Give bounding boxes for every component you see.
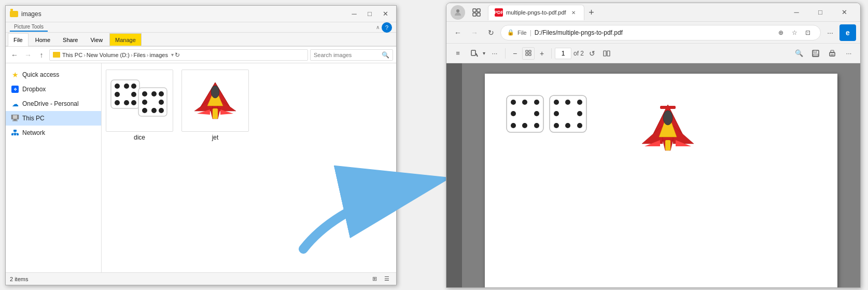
pdf-more-button[interactable]: ··· bbox=[487, 46, 502, 61]
pdf-print-button[interactable] bbox=[825, 46, 839, 61]
sidebar-item-network[interactable]: Network bbox=[6, 126, 101, 140]
sidebar-item-onedrive[interactable]: ☁ OneDrive - Personal bbox=[6, 96, 101, 111]
svg-rect-85 bbox=[660, 106, 676, 109]
svg-rect-3 bbox=[12, 120, 18, 121]
browser-close-button[interactable]: ✕ bbox=[832, 3, 856, 22]
tab-home[interactable]: Home bbox=[30, 33, 56, 46]
quick-access-label: Quick access bbox=[22, 71, 59, 78]
pdf-main bbox=[462, 63, 860, 287]
pdf-save-button[interactable] bbox=[808, 46, 823, 61]
list-item[interactable]: jet bbox=[181, 67, 249, 143]
tab-manage[interactable]: Manage bbox=[109, 33, 142, 46]
tab-share[interactable]: Share bbox=[57, 33, 83, 46]
breadcrumb-images: images bbox=[150, 52, 168, 58]
browser-minimize-button[interactable]: ─ bbox=[785, 3, 808, 22]
browser-refresh-button[interactable]: ↻ bbox=[484, 25, 498, 40]
browser-back-button[interactable]: ← bbox=[451, 25, 465, 40]
pdf-toolbar: ≡ ▾ ··· − + of 2 ↺ 🔍 ··· bbox=[446, 44, 860, 63]
browser-window: PDF multiple-pngs-to-pdf.pdf ✕ + ─ □ ✕ ←… bbox=[446, 3, 861, 288]
pdf-search-button[interactable]: 🔍 bbox=[792, 46, 806, 61]
pdf-fit-button[interactable] bbox=[522, 47, 535, 60]
page-total: of 2 bbox=[573, 50, 584, 57]
pdf-highlight-button[interactable] bbox=[467, 46, 482, 61]
tab-favicon: PDF bbox=[495, 8, 503, 17]
breadcrumb-files: Files bbox=[134, 52, 146, 58]
svg-point-11 bbox=[115, 84, 120, 89]
sidebar-item-quick-access[interactable]: ★ Quick access bbox=[6, 67, 101, 82]
edge-icon-button[interactable]: e bbox=[839, 24, 856, 41]
svg-rect-2 bbox=[13, 119, 17, 120]
tab-file[interactable]: File bbox=[8, 33, 29, 46]
browser-maximize-button[interactable]: □ bbox=[808, 3, 832, 22]
list-item[interactable]: dice bbox=[106, 67, 173, 143]
svg-point-69 bbox=[565, 100, 570, 105]
tab-bar: PDF multiple-pngs-to-pdf.pdf ✕ + bbox=[488, 5, 780, 20]
svg-point-61 bbox=[534, 100, 539, 105]
help-button[interactable]: ? bbox=[382, 22, 392, 33]
tab-close-button[interactable]: ✕ bbox=[569, 8, 578, 17]
read-aloud-button[interactable]: ⊡ bbox=[802, 26, 814, 39]
onedrive-icon: ☁ bbox=[11, 100, 19, 108]
pdf-more2-button[interactable]: ··· bbox=[842, 46, 856, 61]
status-bar: 2 items ⊞ ☰ bbox=[6, 272, 396, 285]
svg-rect-49 bbox=[604, 51, 606, 56]
browser-more-button[interactable]: ··· bbox=[823, 25, 837, 40]
tab-view[interactable]: View bbox=[85, 33, 108, 46]
zoom-button[interactable]: ⊕ bbox=[775, 26, 787, 39]
protocol-label: File bbox=[517, 30, 527, 36]
svg-rect-43 bbox=[471, 50, 475, 56]
back-button[interactable]: ← bbox=[9, 49, 20, 61]
sidebar-item-dropbox[interactable]: ❖ Dropbox bbox=[6, 82, 101, 96]
grid-view-button[interactable]: ⊞ bbox=[369, 275, 380, 283]
svg-rect-47 bbox=[526, 53, 528, 56]
browser-collections-button[interactable] bbox=[469, 5, 484, 20]
svg-line-44 bbox=[476, 53, 478, 57]
pdf-zoom-out-button[interactable]: − bbox=[509, 47, 521, 60]
svg-rect-50 bbox=[607, 51, 610, 56]
up-button[interactable]: ↑ bbox=[36, 49, 47, 61]
sidebar-item-this-pc[interactable]: This PC bbox=[6, 111, 101, 126]
ribbon: Picture Tools ∧ ? File Home Share View M… bbox=[6, 22, 396, 47]
search-bar[interactable]: 🔍 bbox=[310, 49, 393, 61]
folder-icon bbox=[10, 11, 18, 17]
svg-point-66 bbox=[534, 123, 539, 128]
pdf-rotate-button[interactable]: ↺ bbox=[586, 47, 598, 60]
pdf-zoom-in-button[interactable]: + bbox=[536, 47, 548, 60]
this-pc-label: This PC bbox=[22, 115, 45, 122]
page-number-input[interactable] bbox=[555, 48, 571, 59]
new-tab-button[interactable]: + bbox=[584, 6, 599, 20]
list-view-button[interactable]: ☰ bbox=[382, 275, 392, 283]
svg-point-70 bbox=[577, 100, 582, 105]
breadcrumb[interactable]: This PC › New Volume (D:) › Files › imag… bbox=[49, 49, 308, 61]
svg-rect-7 bbox=[17, 133, 19, 135]
dropbox-icon: ❖ bbox=[11, 85, 19, 93]
close-button[interactable]: ✕ bbox=[379, 9, 392, 19]
pdf-outline-button[interactable]: ≡ bbox=[451, 46, 465, 61]
breadcrumb-folder-icon bbox=[53, 52, 60, 58]
browser-tab[interactable]: PDF multiple-pngs-to-pdf.pdf ✕ bbox=[488, 5, 584, 20]
svg-point-21 bbox=[151, 91, 157, 96]
jet-label: jet bbox=[212, 134, 219, 141]
forward-button[interactable]: → bbox=[22, 49, 34, 61]
pdf-dual-page-button[interactable] bbox=[600, 47, 613, 60]
search-input[interactable] bbox=[314, 52, 380, 58]
refresh-button[interactable]: ↻ bbox=[175, 51, 180, 59]
svg-point-59 bbox=[511, 100, 516, 105]
status-view-controls: ⊞ ☰ bbox=[369, 275, 392, 283]
maximize-button[interactable]: □ bbox=[363, 9, 376, 19]
svg-point-32 bbox=[211, 86, 219, 98]
browser-forward-button[interactable]: → bbox=[467, 25, 482, 40]
breadcrumb-text: This PC bbox=[62, 52, 82, 58]
svg-point-74 bbox=[565, 123, 570, 128]
svg-point-63 bbox=[534, 111, 539, 116]
pdf-die-1 bbox=[506, 94, 544, 133]
favorites-button[interactable]: ☆ bbox=[788, 26, 801, 39]
svg-point-15 bbox=[131, 92, 136, 97]
title-bar-left: images bbox=[10, 10, 41, 18]
address-bar: ← → ↑ This PC › New Volume (D:) › Files … bbox=[6, 47, 396, 63]
svg-point-23 bbox=[142, 100, 147, 105]
svg-point-38 bbox=[456, 9, 459, 12]
profile-icon[interactable] bbox=[451, 5, 465, 20]
address-input-container[interactable]: 🔒 File | D:/Files/multiple-pngs-to-pdf.p… bbox=[500, 25, 821, 40]
minimize-button[interactable]: ─ bbox=[347, 9, 361, 19]
